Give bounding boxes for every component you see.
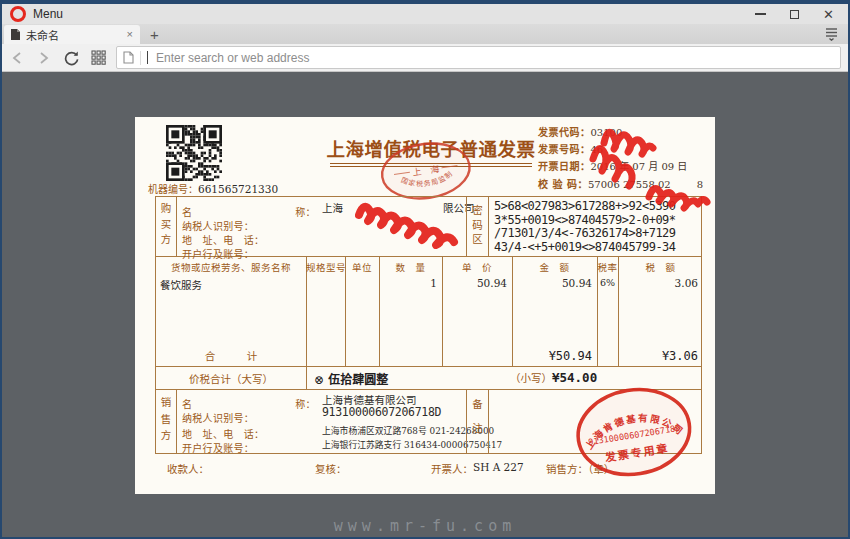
back-button[interactable] (8, 49, 26, 67)
goods-qty: 1 (379, 277, 437, 289)
cipher-area: 5>68<027983>617288+>92<5390 3*55+0019<>8… (494, 200, 676, 254)
total-amount: ¥50.94 (512, 349, 592, 363)
invoice-number-row: 发票号码：46 (538, 141, 703, 158)
opera-logo-icon[interactable] (10, 6, 26, 22)
total-tax: ¥3.06 (618, 349, 698, 363)
forward-button[interactable] (35, 49, 53, 67)
tab-untitled[interactable]: 未命名 × (4, 25, 140, 44)
col-header-taxrate: 税率 (597, 260, 618, 274)
svg-text:国家税务局监制: 国家税务局监制 (399, 168, 456, 191)
browser-window: Menu ✕ 未命名 × + (0, 0, 850, 539)
col-header-spec: 规格型号 (306, 260, 345, 274)
remark-label: 备注 (466, 390, 489, 454)
maximize-button[interactable] (790, 10, 799, 19)
reload-button[interactable] (62, 49, 80, 67)
check-code-row: 校 验 码：57006 27558 028 (538, 176, 703, 193)
address-bar-divider (140, 51, 141, 65)
sum-section: 价税合计（大写） ⊗ 伍拾肆圆整 （小写）¥54.00 (156, 367, 701, 390)
tab-close-icon[interactable]: × (127, 29, 133, 40)
text-caret (147, 51, 148, 64)
seller-bank-row: 开户行及账号： 上海银行江苏路支行 316434-00006750417 (182, 437, 461, 451)
goods-tax: 3.06 (618, 277, 698, 289)
buyer-section: 购买方 名 称： 上海限公司 纳税人识别号： 地 址、电 话： 开户行及账号： … (156, 197, 701, 257)
page-content: 机器编号：661565721330 上海增值税电子普通发票 上 海 国家税务局监… (4, 76, 846, 535)
invoice-code-row: 发票代码：03100 (538, 124, 703, 141)
invoice-meta: 发票代码：03100 发票号码：46 开票日期：2016 年 07 月 09 日… (538, 124, 703, 193)
watermark-text: www.mr-fu.com (4, 517, 846, 535)
col-header-amount: 金 额 (512, 260, 597, 274)
seller-address-row: 地 址、电 话： 上海市杨浦区双辽路768号 021-24268000 (182, 423, 461, 437)
document-icon (123, 51, 134, 64)
seller-sign-label: 销售方：（章） (546, 461, 614, 476)
buyer-address-row: 地 址、电 话： (182, 229, 461, 243)
seller-taxid-row: 纳税人识别号： 91310000607206718D (182, 407, 461, 421)
tab-menu-icon[interactable] (825, 27, 838, 41)
col-header-name: 货物或应税劳务、服务名称 (156, 260, 306, 274)
page-icon (11, 29, 20, 40)
title-underline (330, 163, 532, 167)
buyer-bank-row: 开户行及账号： (182, 243, 461, 257)
minimize-button[interactable] (755, 13, 766, 15)
col-header-unit: 单位 (345, 260, 379, 274)
cipher-area-label: 密码区 (466, 197, 489, 256)
window-controls: ✕ (755, 4, 834, 24)
tab-bar: 未命名 × + (2, 24, 848, 44)
col-header-qty: 数 量 (379, 260, 442, 274)
invoice-image: 机器编号：661565721330 上海增值税电子普通发票 上 海 国家税务局监… (135, 117, 715, 494)
menu-button[interactable]: Menu (33, 7, 63, 21)
goods-section: 货物或应税劳务、服务名称 规格型号 单位 数 量 单 价 金 额 税率 税 额 … (156, 257, 701, 367)
close-window-button[interactable]: ✕ (823, 8, 834, 21)
total-label: 合 计 (156, 348, 306, 363)
review-label: 复核： (315, 461, 347, 476)
address-input[interactable] (154, 50, 834, 66)
invoice-footer: 收款人： 复核： 开票人： SH A 227 销售方：（章） (135, 461, 715, 477)
gov-stamp-arc-text: 国家税务局监制 (399, 168, 456, 191)
address-bar[interactable] (116, 46, 841, 69)
drawer-label: 开票人： (431, 461, 473, 476)
qr-code (166, 125, 222, 181)
col-header-price: 单 价 (442, 260, 512, 274)
seller-section: 销售方 名 称： 上海肯德基有限公司 纳税人识别号： 9131000060720… (156, 390, 701, 454)
navigation-toolbar (2, 44, 848, 72)
buyer-side-label: 购买方 (156, 197, 177, 256)
goods-unit-price: 50.94 (442, 277, 507, 289)
payee-label: 收款人： (167, 461, 209, 476)
menu-bar: Menu ✕ (2, 4, 848, 24)
machine-number-label: 机器编号： (148, 184, 198, 195)
seller-taxid: 91310000607206718D (322, 405, 441, 419)
seller-side-label: 销售方 (156, 390, 177, 454)
goods-name: 餐饮服务 (160, 277, 202, 292)
speed-dial-icon[interactable] (89, 49, 107, 67)
sum-words: ⊗ 伍拾肆圆整 (314, 370, 388, 387)
sum-small-value: （小写）¥54.00 (510, 370, 597, 385)
goods-tax-rate: 6% (597, 277, 618, 288)
tab-title: 未命名 (26, 27, 121, 43)
col-header-tax: 税 额 (618, 260, 703, 274)
invoice-table: 购买方 名 称： 上海限公司 纳税人识别号： 地 址、电 话： 开户行及账号： … (155, 196, 702, 454)
invoice-title: 上海增值税电子普通发票 (326, 135, 536, 161)
drawer-value: SH A 227 (473, 461, 524, 473)
new-tab-button[interactable]: + (150, 27, 159, 42)
buyer-name-prefix: 上海 (322, 202, 343, 214)
goods-amount: 50.94 (512, 277, 592, 289)
machine-number: 机器编号：661565721330 (148, 181, 278, 196)
sum-words-label: 价税合计（大写） (156, 371, 306, 386)
buyer-taxid-row: 纳税人识别号： (182, 215, 461, 229)
invoice-date-row: 开票日期：2016 年 07 月 09 日 (538, 158, 703, 175)
buyer-name-row: 名 称： 上海限公司 (182, 201, 461, 215)
